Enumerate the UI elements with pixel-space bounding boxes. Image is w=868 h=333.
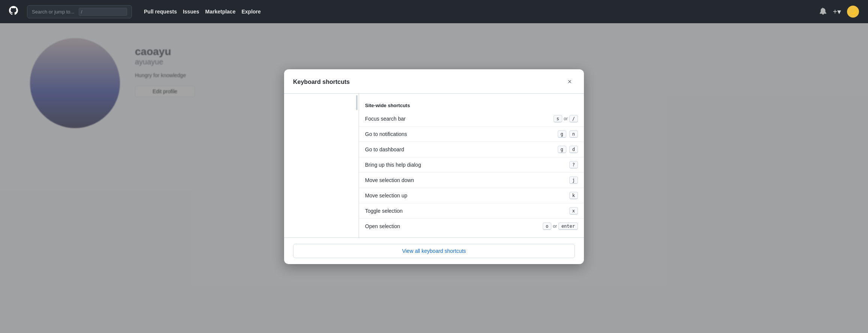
or-text-2: or bbox=[553, 224, 557, 229]
modal-header: Keyboard shortcuts × bbox=[284, 69, 584, 94]
shortcut-row-down: Move selection down j bbox=[359, 173, 584, 188]
kbd-slash: / bbox=[569, 115, 578, 122]
shortcut-label-toggle: Toggle selection bbox=[365, 208, 403, 214]
modal-backdrop: Keyboard shortcuts × Site-wide shortcuts… bbox=[0, 0, 868, 333]
shortcut-row-focus-search: Focus search bar s or / bbox=[359, 111, 584, 127]
shortcut-keys-toggle: x bbox=[569, 207, 578, 215]
modal-body: Site-wide shortcuts Focus search bar s o… bbox=[284, 94, 584, 237]
kbd-j: j bbox=[569, 176, 578, 184]
kbd-g-d: g bbox=[558, 146, 566, 153]
shortcut-label-help: Bring up this help dialog bbox=[365, 162, 421, 168]
shortcut-keys-help: ? bbox=[569, 161, 578, 169]
shortcut-row-open: Open selection o or enter bbox=[359, 219, 584, 234]
shortcut-label-open: Open selection bbox=[365, 223, 400, 229]
section-title: Site-wide shortcuts bbox=[359, 100, 584, 111]
shortcut-keys-dashboard: g d bbox=[558, 146, 578, 153]
shortcut-label-dashboard: Go to dashboard bbox=[365, 146, 404, 152]
shortcut-row-up: Move selection up k bbox=[359, 188, 584, 203]
kbd-question: ? bbox=[569, 161, 578, 169]
shortcut-keys-notifications: g n bbox=[558, 130, 578, 138]
shortcut-row-dashboard: Go to dashboard g d bbox=[359, 142, 584, 157]
modal-title: Keyboard shortcuts bbox=[293, 79, 350, 85]
shortcut-label-notifications: Go to notifications bbox=[365, 131, 407, 137]
shortcut-keys-up: k bbox=[569, 192, 578, 199]
modal-footer: View all keyboard shortcuts bbox=[284, 237, 584, 264]
shortcut-keys-down: j bbox=[569, 176, 578, 184]
or-text-1: or bbox=[564, 116, 568, 121]
view-all-shortcuts-button[interactable]: View all keyboard shortcuts bbox=[293, 244, 575, 258]
shortcut-row-help: Bring up this help dialog ? bbox=[359, 157, 584, 173]
kbd-s: s bbox=[554, 115, 562, 122]
modal-sidebar[interactable] bbox=[284, 94, 359, 237]
shortcut-keys-focus-search: s or / bbox=[554, 115, 578, 122]
kbd-x: x bbox=[569, 207, 578, 215]
modal-content[interactable]: Site-wide shortcuts Focus search bar s o… bbox=[359, 94, 584, 237]
kbd-k: k bbox=[569, 192, 578, 199]
shortcut-row-toggle: Toggle selection x bbox=[359, 203, 584, 219]
shortcut-keys-open: o or enter bbox=[543, 222, 578, 230]
keyboard-shortcuts-modal: Keyboard shortcuts × Site-wide shortcuts… bbox=[284, 69, 584, 264]
kbd-n: n bbox=[569, 130, 578, 138]
shortcut-row-notifications: Go to notifications g n bbox=[359, 127, 584, 142]
shortcut-label-focus-search: Focus search bar bbox=[365, 116, 406, 122]
modal-close-button[interactable]: × bbox=[564, 77, 575, 87]
kbd-g-n: g bbox=[558, 130, 566, 138]
shortcut-label-down: Move selection down bbox=[365, 177, 414, 183]
shortcut-label-up: Move selection up bbox=[365, 193, 407, 199]
kbd-enter: enter bbox=[558, 222, 578, 230]
kbd-o: o bbox=[543, 222, 551, 230]
kbd-d: d bbox=[569, 146, 578, 153]
